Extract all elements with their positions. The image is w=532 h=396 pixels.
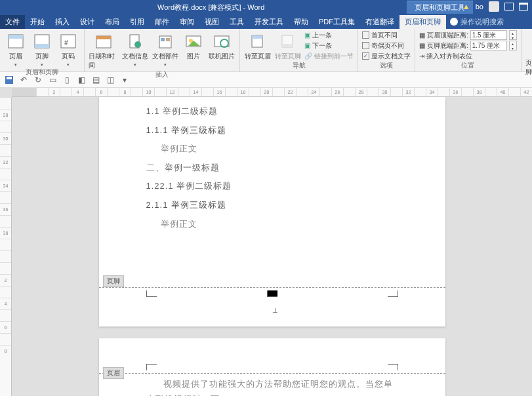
svg-rect-21 — [282, 44, 293, 47]
undo-icon[interactable]: ↶ — [18, 75, 29, 85]
tab-references[interactable]: 引用 — [125, 15, 150, 29]
document-info-icon — [126, 32, 144, 50]
online-picture-icon — [213, 32, 231, 50]
page-body-dimmed: 视频提供了功能强大的方法帮助您证明您的观点。当您单击联机视频时，可 以在想要添加… — [146, 376, 398, 396]
user-name[interactable]: bo — [476, 3, 483, 10]
qat-icon[interactable]: ▤ — [91, 75, 101, 85]
page-body-dimmed: 1.1 举例二级标题 1.1.1 举例三级标题 举例正文 二、举例一级标题 1.… — [146, 102, 398, 233]
next-section-button[interactable]: ▣下一条 — [304, 41, 354, 50]
body-text: 举例正文 — [146, 215, 398, 234]
qat-dropdown-icon[interactable]: ▾ — [119, 75, 130, 85]
document-parts-icon — [156, 32, 174, 50]
header-top-distance: ▦ 页眉顶端距离: 1.5 厘米 ▴▾ — [419, 30, 517, 40]
qat-icon[interactable]: ▭ — [47, 75, 58, 85]
docinfo-button[interactable]: 文档信息▾ — [121, 30, 149, 68]
page: 1.1 举例二级标题 1.1.1 举例三级标题 举例正文 二、举例一级标题 1.… — [99, 97, 445, 327]
tab-insert[interactable]: 插入 — [50, 15, 75, 29]
svg-rect-7 — [96, 36, 111, 39]
document-workspace: 24681012141618202224262830323436384042 2… — [0, 88, 532, 396]
diff-oddeven-check[interactable]: 奇偶页不同 — [362, 41, 411, 50]
tab-file[interactable]: 文件 — [0, 15, 25, 29]
pictures-button[interactable]: 图片 — [182, 30, 205, 61]
svg-rect-4 — [61, 35, 75, 48]
header-distance-input[interactable]: 1.5 厘米 — [470, 30, 507, 40]
heading-3: 2.1.1 举例三级标题 — [146, 196, 398, 215]
qat-icon[interactable]: ◫ — [105, 75, 115, 85]
footer-button[interactable]: 页脚▾ — [30, 30, 54, 68]
group-label: 关闭 — [525, 77, 532, 87]
svg-rect-19 — [252, 35, 262, 39]
footer-distance-input[interactable]: 1.75 厘米 — [470, 41, 507, 50]
ruler-icon: ▦ — [419, 31, 425, 39]
page-number-button[interactable]: # 页码▾ — [56, 30, 80, 68]
group-header-footer: 页眉▾ 页脚▾ # 页码▾ 页眉和页脚 — [0, 29, 85, 71]
group-label: 导航 — [244, 61, 354, 71]
chevron-down-icon: ▾ — [164, 62, 167, 68]
redo-icon[interactable]: ↻ — [33, 75, 43, 85]
group-close: ✕ 关闭 页眉和页脚 关闭 — [522, 29, 532, 71]
tab-header-footer-design[interactable]: 页眉和页脚 — [399, 15, 446, 29]
tab-home[interactable]: 开始 — [25, 15, 50, 29]
body-text: 视频提供了功能强大的方法帮助您证明您的观点。当您单击联机视频时，可 — [146, 376, 398, 396]
tab-view[interactable]: 视图 — [199, 15, 224, 29]
arrow-down-icon: ▣ — [304, 42, 310, 49]
chevron-down-icon: ▾ — [134, 62, 136, 68]
save-icon[interactable] — [4, 75, 14, 85]
app-title: Word教程.docx [兼容模式] - Word — [157, 3, 264, 12]
qat-icon[interactable]: ◧ — [76, 75, 87, 85]
prev-section-button[interactable]: ▣上一条 — [304, 30, 354, 40]
tab-design[interactable]: 设计 — [75, 15, 100, 29]
tab-icon: ⇥ — [419, 52, 424, 60]
link-icon: 🔗 — [304, 52, 312, 60]
spinner[interactable]: ▴▾ — [509, 41, 517, 50]
tab-pdf[interactable]: PDF工具集 — [314, 15, 360, 29]
online-pictures-button[interactable]: 联机图片 — [208, 30, 235, 61]
menu-bar: 文件 开始 插入 设计 布局 引用 邮件 审阅 视图 工具 开发工具 帮助 PD… — [0, 14, 532, 29]
spinner[interactable]: ▴▾ — [509, 30, 517, 40]
svg-rect-3 — [35, 44, 49, 48]
page-number-icon: # — [59, 32, 77, 50]
svg-rect-1 — [9, 35, 23, 39]
goto-footer-button: 转至页脚 — [274, 30, 302, 61]
show-doc-text-check[interactable]: ✓显示文档文字 — [362, 51, 411, 61]
group-label: 选项 — [362, 61, 411, 71]
checkbox-icon — [362, 42, 369, 49]
page-view[interactable]: 1.1 举例二级标题 1.1.1 举例三级标题 举例正文 二、举例一级标题 1.… — [12, 97, 532, 396]
header-icon — [7, 32, 25, 50]
close-header-footer-button[interactable]: ✕ 关闭 页眉和页脚 — [525, 30, 532, 77]
footer-edit-area[interactable]: ⊥ — [99, 287, 445, 327]
goto-footer-icon — [279, 32, 297, 50]
header-button[interactable]: 页眉▾ — [4, 30, 28, 68]
svg-rect-12 — [166, 38, 170, 41]
diff-first-page-check[interactable]: 首页不同 — [362, 30, 411, 40]
datetime-button[interactable]: 日期和时间 — [89, 30, 119, 70]
docparts-button[interactable]: 文档部件▾ — [152, 30, 179, 68]
tab-mailings[interactable]: 邮件 — [150, 15, 174, 29]
minimize-window-icon[interactable] — [519, 3, 528, 10]
footer-tag: 页脚 — [103, 275, 124, 287]
chevron-down-icon: ▾ — [41, 62, 43, 68]
ribbon: 页眉▾ 页脚▾ # 页码▾ 页眉和页脚 日期和时间 文档信息▾ — [0, 29, 532, 72]
body-text: 举例正文 — [146, 140, 398, 159]
tab-tools[interactable]: 工具 — [224, 15, 249, 29]
heading-1: 二、举例一级标题 — [146, 159, 398, 178]
ribbon-options-icon[interactable] — [504, 3, 514, 10]
svg-rect-23 — [7, 77, 12, 79]
tab-youdao[interactable]: 有道翻译 — [360, 15, 399, 29]
tell-me[interactable]: 操作说明搜索 — [446, 17, 508, 27]
qat-icon[interactable]: ▯ — [62, 75, 72, 85]
horizontal-ruler[interactable]: 24681012141618202224262830323436384042 — [12, 88, 532, 97]
tab-help[interactable]: 帮助 — [289, 15, 314, 29]
header-edit-area[interactable] — [99, 338, 445, 374]
warning-icon: ▲ — [462, 2, 470, 11]
page: 页眉 视频提供了功能强大的方法帮助您证明您的观点。当您单击联机视频时，可 以在想… — [99, 338, 445, 396]
avatar[interactable] — [489, 1, 499, 12]
tab-review[interactable]: 审阅 — [174, 15, 199, 29]
tab-layout[interactable]: 布局 — [100, 15, 125, 29]
goto-header-button[interactable]: 转至页眉 — [244, 30, 272, 61]
vertical-ruler[interactable]: 2830323436382468 — [0, 97, 12, 396]
tab-developer[interactable]: 开发工具 — [249, 15, 289, 29]
group-insert: 日期和时间 文档信息▾ 文档部件▾ 图片 联机图片 插入 — [85, 29, 240, 71]
insert-align-tab-button[interactable]: ⇥插入对齐制表位 — [419, 51, 517, 61]
picture-icon — [184, 32, 203, 50]
